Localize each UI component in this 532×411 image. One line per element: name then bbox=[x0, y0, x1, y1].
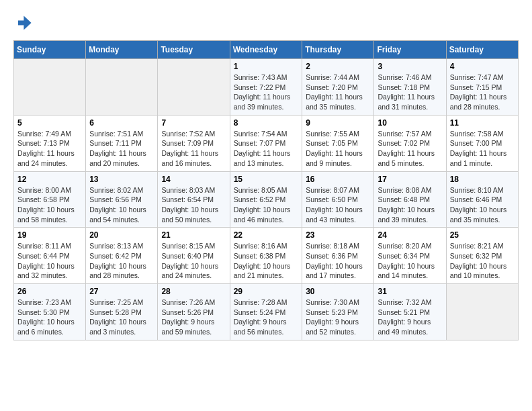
calendar-cell: 25Sunrise: 8:21 AM Sunset: 6:32 PM Dayli… bbox=[446, 228, 518, 284]
day-info: Sunrise: 8:08 AM Sunset: 6:48 PM Dayligh… bbox=[378, 185, 442, 225]
day-number: 24 bbox=[378, 230, 442, 240]
calendar-cell: 22Sunrise: 8:16 AM Sunset: 6:38 PM Dayli… bbox=[230, 228, 302, 284]
calendar-cell: 27Sunrise: 7:25 AM Sunset: 5:28 PM Dayli… bbox=[86, 284, 158, 340]
day-number: 15 bbox=[234, 175, 299, 184]
day-number: 1 bbox=[234, 62, 299, 71]
calendar-cell: 5Sunrise: 7:49 AM Sunset: 7:13 PM Daylig… bbox=[14, 115, 86, 171]
day-number: 22 bbox=[234, 230, 299, 240]
calendar-cell bbox=[14, 59, 86, 116]
day-number: 14 bbox=[161, 175, 226, 184]
calendar-cell: 4Sunrise: 7:47 AM Sunset: 7:15 PM Daylig… bbox=[446, 59, 518, 116]
calendar-cell: 30Sunrise: 7:30 AM Sunset: 5:23 PM Dayli… bbox=[302, 284, 374, 340]
calendar-cell: 21Sunrise: 8:15 AM Sunset: 6:40 PM Dayli… bbox=[158, 228, 230, 284]
calendar-cell: 26Sunrise: 7:23 AM Sunset: 5:30 PM Dayli… bbox=[14, 284, 86, 340]
calendar-header-row: SundayMondayTuesdayWednesdayThursdayFrid… bbox=[14, 41, 519, 59]
calendar-cell: 2Sunrise: 7:44 AM Sunset: 7:20 PM Daylig… bbox=[302, 59, 374, 116]
day-of-week-header: Saturday bbox=[446, 41, 518, 59]
day-number: 16 bbox=[306, 175, 370, 184]
calendar-cell: 28Sunrise: 7:26 AM Sunset: 5:26 PM Dayli… bbox=[158, 284, 230, 340]
day-number: 12 bbox=[17, 175, 82, 184]
calendar-cell: 20Sunrise: 8:13 AM Sunset: 6:42 PM Dayli… bbox=[86, 228, 158, 284]
calendar-cell bbox=[86, 59, 158, 116]
calendar-week-row: 5Sunrise: 7:49 AM Sunset: 7:13 PM Daylig… bbox=[14, 115, 519, 171]
day-info: Sunrise: 8:02 AM Sunset: 6:56 PM Dayligh… bbox=[89, 185, 154, 225]
calendar-cell: 24Sunrise: 8:20 AM Sunset: 6:34 PM Dayli… bbox=[374, 228, 446, 284]
day-info: Sunrise: 7:23 AM Sunset: 5:30 PM Dayligh… bbox=[17, 298, 82, 337]
calendar-cell bbox=[446, 284, 518, 340]
day-number: 30 bbox=[306, 287, 370, 296]
calendar-week-row: 12Sunrise: 8:00 AM Sunset: 6:58 PM Dayli… bbox=[14, 171, 519, 228]
day-number: 13 bbox=[89, 175, 154, 184]
day-info: Sunrise: 7:26 AM Sunset: 5:26 PM Dayligh… bbox=[161, 298, 226, 337]
logo-icon bbox=[13, 13, 32, 32]
calendar-cell: 17Sunrise: 8:08 AM Sunset: 6:48 PM Dayli… bbox=[374, 171, 446, 228]
calendar-cell: 15Sunrise: 8:05 AM Sunset: 6:52 PM Dayli… bbox=[230, 171, 302, 228]
day-number: 7 bbox=[161, 118, 226, 128]
calendar-cell: 10Sunrise: 7:57 AM Sunset: 7:02 PM Dayli… bbox=[374, 115, 446, 171]
calendar-cell: 13Sunrise: 8:02 AM Sunset: 6:56 PM Dayli… bbox=[86, 171, 158, 228]
day-number: 5 bbox=[17, 118, 82, 128]
day-of-week-header: Friday bbox=[374, 41, 446, 59]
calendar-cell: 3Sunrise: 7:46 AM Sunset: 7:18 PM Daylig… bbox=[374, 59, 446, 116]
day-number: 29 bbox=[234, 287, 299, 296]
day-info: Sunrise: 8:20 AM Sunset: 6:34 PM Dayligh… bbox=[378, 241, 442, 281]
day-info: Sunrise: 7:57 AM Sunset: 7:02 PM Dayligh… bbox=[378, 129, 442, 169]
day-number: 8 bbox=[234, 118, 299, 128]
page-header bbox=[13, 13, 519, 32]
calendar-week-row: 19Sunrise: 8:11 AM Sunset: 6:44 PM Dayli… bbox=[14, 228, 519, 284]
calendar-week-row: 1Sunrise: 7:43 AM Sunset: 7:22 PM Daylig… bbox=[14, 59, 519, 116]
day-info: Sunrise: 8:11 AM Sunset: 6:44 PM Dayligh… bbox=[17, 241, 82, 281]
calendar-cell: 18Sunrise: 8:10 AM Sunset: 6:46 PM Dayli… bbox=[446, 171, 518, 228]
day-number: 18 bbox=[450, 175, 515, 184]
calendar-cell: 11Sunrise: 7:58 AM Sunset: 7:00 PM Dayli… bbox=[446, 115, 518, 171]
day-info: Sunrise: 7:54 AM Sunset: 7:07 PM Dayligh… bbox=[234, 129, 299, 169]
day-info: Sunrise: 7:28 AM Sunset: 5:24 PM Dayligh… bbox=[234, 298, 299, 337]
day-number: 26 bbox=[17, 287, 82, 296]
day-number: 10 bbox=[378, 118, 442, 128]
day-info: Sunrise: 7:51 AM Sunset: 7:11 PM Dayligh… bbox=[89, 129, 154, 169]
calendar-cell: 9Sunrise: 7:55 AM Sunset: 7:05 PM Daylig… bbox=[302, 115, 374, 171]
day-number: 9 bbox=[306, 118, 370, 128]
day-info: Sunrise: 7:46 AM Sunset: 7:18 PM Dayligh… bbox=[378, 73, 442, 112]
day-number: 11 bbox=[450, 118, 515, 128]
day-number: 31 bbox=[378, 287, 442, 296]
day-info: Sunrise: 7:58 AM Sunset: 7:00 PM Dayligh… bbox=[450, 129, 515, 169]
day-info: Sunrise: 8:03 AM Sunset: 6:54 PM Dayligh… bbox=[161, 185, 226, 225]
calendar-cell: 19Sunrise: 8:11 AM Sunset: 6:44 PM Dayli… bbox=[14, 228, 86, 284]
day-info: Sunrise: 8:05 AM Sunset: 6:52 PM Dayligh… bbox=[234, 185, 299, 225]
calendar-cell: 31Sunrise: 7:32 AM Sunset: 5:21 PM Dayli… bbox=[374, 284, 446, 340]
day-number: 25 bbox=[450, 230, 515, 240]
day-info: Sunrise: 8:18 AM Sunset: 6:36 PM Dayligh… bbox=[306, 241, 370, 281]
calendar-week-row: 26Sunrise: 7:23 AM Sunset: 5:30 PM Dayli… bbox=[14, 284, 519, 340]
day-number: 19 bbox=[17, 230, 82, 240]
day-number: 3 bbox=[378, 62, 442, 71]
calendar-cell: 23Sunrise: 8:18 AM Sunset: 6:36 PM Dayli… bbox=[302, 228, 374, 284]
calendar-cell: 14Sunrise: 8:03 AM Sunset: 6:54 PM Dayli… bbox=[158, 171, 230, 228]
day-of-week-header: Sunday bbox=[14, 41, 86, 59]
day-info: Sunrise: 7:47 AM Sunset: 7:15 PM Dayligh… bbox=[450, 73, 515, 112]
day-info: Sunrise: 7:49 AM Sunset: 7:13 PM Dayligh… bbox=[17, 129, 82, 169]
day-info: Sunrise: 8:13 AM Sunset: 6:42 PM Dayligh… bbox=[89, 241, 154, 281]
day-number: 21 bbox=[161, 230, 226, 240]
day-info: Sunrise: 8:21 AM Sunset: 6:32 PM Dayligh… bbox=[450, 241, 515, 281]
calendar-cell: 12Sunrise: 8:00 AM Sunset: 6:58 PM Dayli… bbox=[14, 171, 86, 228]
logo bbox=[13, 13, 35, 32]
day-of-week-header: Wednesday bbox=[230, 41, 302, 59]
day-info: Sunrise: 7:55 AM Sunset: 7:05 PM Dayligh… bbox=[306, 129, 370, 169]
calendar-cell bbox=[158, 59, 230, 116]
day-info: Sunrise: 7:43 AM Sunset: 7:22 PM Dayligh… bbox=[234, 73, 299, 112]
day-number: 2 bbox=[306, 62, 370, 71]
day-of-week-header: Thursday bbox=[302, 41, 374, 59]
day-info: Sunrise: 7:52 AM Sunset: 7:09 PM Dayligh… bbox=[161, 129, 226, 169]
day-number: 27 bbox=[89, 287, 154, 296]
day-number: 20 bbox=[89, 230, 154, 240]
day-info: Sunrise: 7:25 AM Sunset: 5:28 PM Dayligh… bbox=[89, 298, 154, 337]
day-number: 28 bbox=[161, 287, 226, 296]
day-info: Sunrise: 7:30 AM Sunset: 5:23 PM Dayligh… bbox=[306, 298, 370, 337]
day-number: 6 bbox=[89, 118, 154, 128]
day-number: 23 bbox=[306, 230, 370, 240]
calendar-cell: 16Sunrise: 8:07 AM Sunset: 6:50 PM Dayli… bbox=[302, 171, 374, 228]
day-info: Sunrise: 8:07 AM Sunset: 6:50 PM Dayligh… bbox=[306, 185, 370, 225]
day-info: Sunrise: 8:10 AM Sunset: 6:46 PM Dayligh… bbox=[450, 185, 515, 225]
day-info: Sunrise: 8:00 AM Sunset: 6:58 PM Dayligh… bbox=[17, 185, 82, 225]
